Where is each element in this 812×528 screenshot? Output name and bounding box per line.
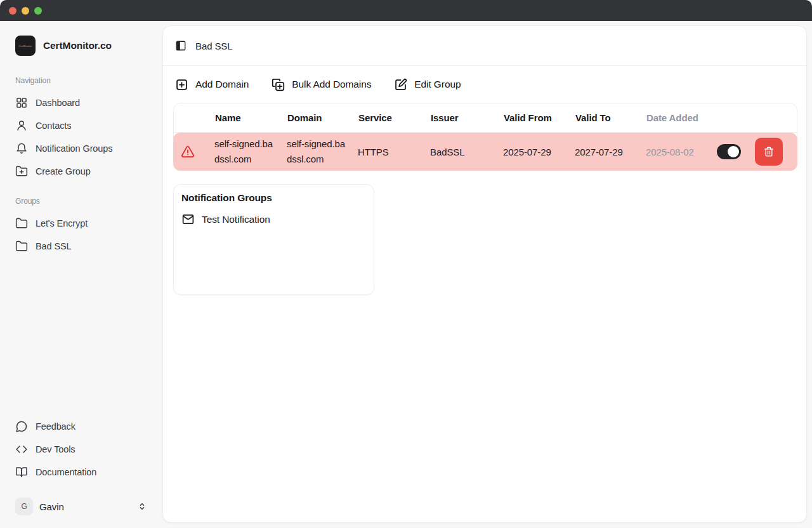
add-domain-label: Add Domain	[195, 79, 249, 90]
sidebar-item-label: Feedback	[36, 421, 75, 432]
folder-icon	[15, 217, 28, 230]
sidebar-item-documentation[interactable]: Documentation	[15, 461, 147, 484]
column-header-date-added[interactable]: Date Added	[646, 112, 717, 123]
sidebar-item-label: Bad SSL	[36, 241, 72, 251]
close-window-button[interactable]	[9, 7, 16, 15]
sidebar-item-dev-tools[interactable]: Dev Tools	[15, 438, 147, 461]
cell-date-added: 2025-08-02	[646, 147, 717, 157]
notification-group-label: Test Notification	[202, 214, 270, 225]
zoom-window-button[interactable]	[34, 7, 42, 15]
column-header-valid-from[interactable]: Valid From	[504, 112, 575, 123]
brand: CertMonitor CertMonitor.co	[15, 36, 147, 56]
column-header-valid-to[interactable]: Valid To	[575, 112, 646, 123]
app-logo: CertMonitor	[15, 36, 36, 56]
sidebar-item-label: Create Group	[36, 166, 91, 176]
minimize-window-button[interactable]	[22, 7, 29, 15]
sidebar-item-group-lets-encrypt[interactable]: Let's Encrypt	[15, 212, 147, 235]
cell-domain: self-signed.badssl.com	[287, 136, 358, 167]
domains-table: Name Domain Service Issuer Valid From Va…	[173, 103, 797, 171]
toggle-knob	[728, 146, 739, 157]
folder-plus-icon	[15, 165, 28, 178]
sidebar-item-label: Dashboard	[36, 98, 80, 108]
sidebar-item-label: Documentation	[36, 467, 96, 477]
edit-group-label: Edit Group	[414, 79, 461, 90]
sidebar-item-dashboard[interactable]: Dashboard	[15, 91, 147, 114]
bell-icon	[15, 142, 28, 155]
avatar-initial: G	[21, 502, 27, 511]
mail-icon	[181, 213, 195, 226]
bulk-add-domains-button[interactable]: Bulk Add Domains	[272, 78, 371, 91]
column-header-issuer[interactable]: Issuer	[431, 112, 504, 123]
main-panel: Bad SSL Add Domain Bulk Add Domains Edit…	[162, 25, 807, 523]
sidebar-item-feedback[interactable]: Feedback	[15, 415, 147, 438]
table-header-row: Name Domain Service Issuer Valid From Va…	[174, 103, 797, 133]
user-icon	[15, 119, 28, 132]
cell-name: self-signed.badssl.com	[214, 136, 287, 167]
window-titlebar	[0, 0, 812, 21]
column-header-domain[interactable]: Domain	[287, 112, 358, 123]
row-actions	[717, 138, 797, 166]
notification-groups-card: Notification Groups Test Notification	[173, 184, 374, 295]
code-icon	[15, 443, 28, 456]
page-title: Bad SSL	[195, 41, 233, 51]
column-header-service[interactable]: Service	[358, 112, 431, 123]
cell-valid-from: 2025-07-29	[503, 147, 575, 157]
monitoring-toggle[interactable]	[717, 144, 741, 159]
notification-groups-title: Notification Groups	[181, 192, 366, 204]
notification-group-item[interactable]: Test Notification	[181, 213, 366, 226]
sidebar: CertMonitor CertMonitor.co Navigation Da…	[0, 21, 162, 528]
trash-icon	[763, 146, 775, 157]
sidebar-item-notification-groups[interactable]: Notification Groups	[15, 137, 147, 160]
nav-section-label-groups: Groups	[15, 197, 147, 206]
app-logo-text: CertMonitor	[19, 44, 32, 48]
cell-service: HTTPS	[358, 147, 430, 157]
sidebar-item-group-bad-ssl[interactable]: Bad SSL	[15, 235, 147, 258]
column-header-name[interactable]: Name	[215, 112, 287, 123]
edit-pencil-square-icon	[394, 78, 407, 91]
user-name: Gavin	[39, 501, 131, 512]
folder-icon	[15, 240, 28, 253]
panel-left-toggle-icon[interactable]	[175, 40, 187, 51]
cert-error-warning-icon	[173, 145, 214, 159]
cell-issuer: BadSSL	[430, 147, 503, 157]
sidebar-item-label: Let's Encrypt	[36, 218, 88, 228]
avatar: G	[15, 498, 33, 515]
sidebar-item-label: Dev Tools	[36, 444, 75, 454]
table-row: self-signed.badssl.com self-signed.badss…	[173, 133, 797, 171]
sidebar-item-label: Notification Groups	[36, 143, 112, 154]
plus-square-icon	[175, 78, 188, 91]
add-domain-button[interactable]: Add Domain	[175, 78, 249, 91]
user-menu[interactable]: G Gavin	[15, 498, 147, 515]
cell-valid-to: 2027-07-29	[575, 147, 646, 157]
chevrons-up-down-icon	[137, 501, 147, 512]
bulk-add-domains-label: Bulk Add Domains	[292, 79, 371, 90]
nav-section-label-navigation: Navigation	[15, 76, 147, 85]
copy-plus-icon	[272, 78, 285, 91]
toolbar: Add Domain Bulk Add Domains Edit Group	[163, 66, 806, 103]
message-circle-icon	[15, 420, 28, 433]
sidebar-item-create-group[interactable]: Create Group	[15, 160, 147, 183]
page-header: Bad SSL	[163, 26, 806, 66]
sidebar-item-label: Contacts	[36, 121, 71, 131]
edit-group-button[interactable]: Edit Group	[394, 78, 461, 91]
book-open-icon	[15, 466, 28, 478]
delete-domain-button[interactable]	[755, 138, 783, 166]
dashboard-grid-icon	[15, 96, 28, 109]
app-name: CertMonitor.co	[43, 40, 112, 51]
sidebar-item-contacts[interactable]: Contacts	[15, 114, 147, 137]
